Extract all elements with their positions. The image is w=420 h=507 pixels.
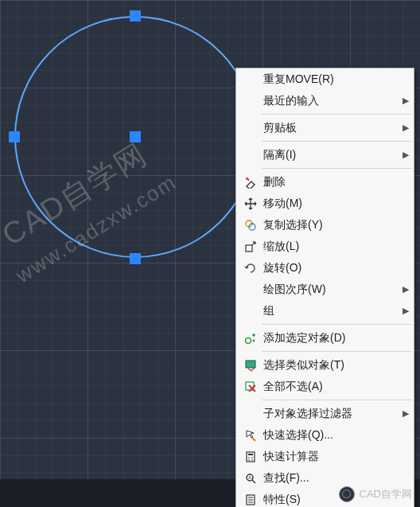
- drawing-canvas[interactable]: CAD自学网 www.cadzxw.com 重复MOVE(R)最近的输入▶剪贴板…: [0, 0, 420, 507]
- footer-branding: CAD自学网: [339, 486, 412, 502]
- submenu-arrow-icon: ▶: [399, 306, 409, 316]
- sel-sim-icon: [241, 357, 260, 373]
- menu-item-add-selected[interactable]: 添加选定对象(D): [236, 327, 414, 349]
- menu-item-deselect-all[interactable]: 全部不选(A): [236, 376, 414, 397]
- menu-item-rotate[interactable]: 旋转(O): [236, 257, 414, 279]
- menu-item-label: 查找(F)...: [260, 471, 399, 486]
- menu-item-quick-select[interactable]: 快速选择(Q)...: [236, 424, 414, 446]
- submenu-arrow-icon: ▶: [399, 150, 409, 160]
- menu-item-clipboard[interactable]: 剪贴板▶: [236, 117, 414, 138]
- menu-item-label: 剪贴板: [260, 121, 399, 135]
- menu-separator: [262, 114, 412, 115]
- submenu-arrow-icon: ▶: [399, 284, 409, 294]
- add-sel-icon: [241, 330, 260, 346]
- menu-item-move[interactable]: 移动(M): [236, 193, 414, 214]
- menu-item-label: 复制选择(Y): [260, 218, 399, 232]
- menu-item-label: 组: [260, 304, 399, 318]
- scale-icon: [241, 239, 260, 255]
- menu-item-label: 全部不选(A): [260, 380, 399, 394]
- menu-item-repeat-move[interactable]: 重复MOVE(R): [236, 68, 414, 90]
- blank-icon: [241, 72, 260, 88]
- context-menu[interactable]: 重复MOVE(R)最近的输入▶剪贴板▶隔离(I)▶删除移动(M)复制选择(Y)缩…: [235, 68, 414, 507]
- props-icon: [241, 492, 260, 508]
- wechat-icon: [339, 486, 355, 502]
- selection-grip[interactable]: [130, 253, 141, 264]
- menu-item-label: 旋转(O): [260, 261, 399, 275]
- menu-item-group[interactable]: 组▶: [236, 300, 414, 322]
- menu-separator: [262, 141, 412, 142]
- menu-item-label: 子对象选择过滤器: [260, 407, 399, 421]
- rotate-icon: [241, 260, 260, 276]
- menu-item-label: 最近的输入: [260, 94, 399, 108]
- menu-item-find[interactable]: 查找(F)...: [236, 467, 414, 489]
- desel-all-icon: [241, 379, 260, 395]
- menu-separator: [262, 400, 412, 400]
- menu-item-scale[interactable]: 缩放(L): [236, 236, 414, 257]
- qcalc-icon: [241, 449, 260, 465]
- menu-item-isolate[interactable]: 隔离(I)▶: [236, 144, 414, 166]
- move-icon: [241, 196, 260, 212]
- menu-item-label: 重复MOVE(R): [260, 72, 399, 87]
- menu-item-label: 快速选择(Q)...: [260, 428, 399, 443]
- menu-separator: [262, 324, 412, 325]
- menu-item-copy-selection[interactable]: 复制选择(Y): [236, 214, 414, 236]
- submenu-arrow-icon: ▶: [399, 96, 409, 106]
- menu-item-draw-order[interactable]: 绘图次序(W)▶: [236, 279, 414, 300]
- menu-item-label: 选择类似对象(T): [260, 358, 399, 372]
- menu-separator: [262, 168, 412, 169]
- menu-item-select-similar[interactable]: 选择类似对象(T): [236, 354, 414, 376]
- menu-item-label: 快速计算器: [260, 450, 399, 464]
- menu-item-label: 移动(M): [260, 197, 399, 211]
- menu-item-label: 缩放(L): [260, 240, 399, 254]
- blank-icon: [241, 303, 260, 319]
- menu-item-label: 绘图次序(W): [260, 283, 399, 297]
- copy-icon: [241, 217, 260, 233]
- blank-icon: [241, 147, 260, 163]
- selection-grip[interactable]: [130, 131, 141, 142]
- submenu-arrow-icon: ▶: [399, 408, 409, 419]
- menu-separator: [262, 351, 412, 352]
- selection-grip[interactable]: [9, 131, 20, 142]
- erase-icon: [241, 174, 260, 190]
- menu-item-subobj-filter[interactable]: 子对象选择过滤器▶: [236, 403, 414, 424]
- find-icon: [241, 470, 260, 486]
- menu-item-label: 添加选定对象(D): [260, 331, 399, 345]
- menu-item-label: 删除: [260, 175, 399, 189]
- menu-item-label: 隔离(I): [260, 148, 399, 162]
- menu-item-quick-calc[interactable]: 快速计算器: [236, 446, 414, 467]
- footer-label: CAD自学网: [360, 487, 412, 501]
- selection-grip[interactable]: [130, 10, 141, 21]
- menu-item-erase[interactable]: 删除: [236, 171, 414, 193]
- blank-icon: [241, 282, 260, 298]
- qselect-icon: [241, 427, 260, 443]
- menu-item-recent-input[interactable]: 最近的输入▶: [236, 90, 414, 111]
- submenu-arrow-icon: ▶: [399, 123, 409, 133]
- blank-icon: [241, 93, 260, 109]
- blank-icon: [241, 406, 260, 422]
- blank-icon: [241, 120, 260, 136]
